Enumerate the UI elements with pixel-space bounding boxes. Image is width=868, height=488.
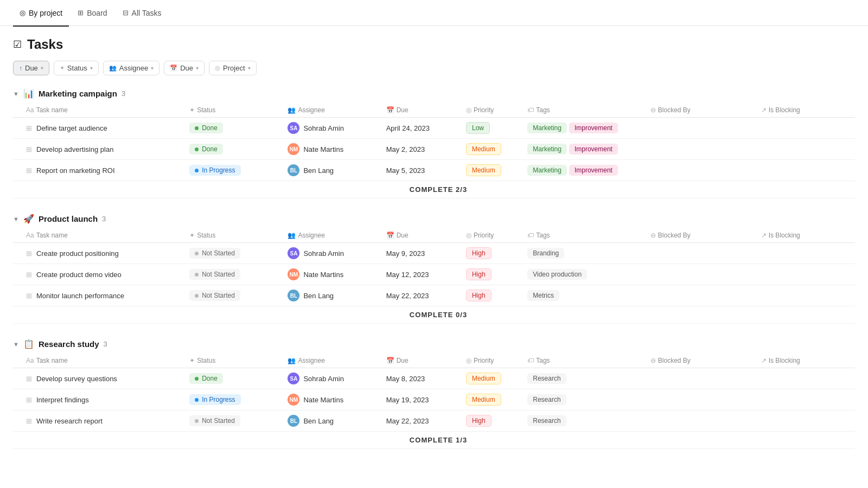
status-dot	[195, 419, 199, 423]
status-cell: Done	[185, 139, 283, 160]
complete-row: COMPLETE 2/3	[13, 181, 855, 198]
isblocking-cell	[757, 243, 855, 264]
priority-badge: Medium	[466, 164, 501, 176]
group-header[interactable]: ▼ 🚀 Product launch 3	[13, 214, 855, 224]
chevron-down-icon: ▾	[248, 65, 251, 71]
table-row[interactable]: ⊞ Develop advertising plan Done NMNate M…	[13, 139, 855, 160]
status-badge: Not Started	[189, 269, 240, 280]
priority-cell: High	[462, 285, 523, 306]
status-dot	[195, 294, 199, 298]
nav-tab-label: Board	[87, 9, 107, 17]
status-cell: Done	[185, 368, 283, 389]
priority-cell: Medium	[462, 160, 523, 181]
assignee-cell: NMNate Martins	[283, 139, 381, 160]
table-row[interactable]: ⊞ Report on marketing ROI In Progress BL…	[13, 160, 855, 181]
table-row[interactable]: ⊞ Develop survey questions Done SASohrab…	[13, 368, 855, 389]
due-cell: May 5, 2023	[382, 160, 462, 181]
chevron-down-icon: ▾	[151, 65, 154, 71]
status-badge: Done	[189, 373, 223, 384]
status-badge: Done	[189, 144, 223, 155]
tag-badge: Research	[527, 394, 566, 405]
filter-btn-due[interactable]: ↑Due▾	[13, 61, 49, 75]
blockedby-cell	[646, 139, 757, 160]
due-cell: May 9, 2023	[382, 243, 462, 264]
task-row-icon: ⊞	[26, 271, 32, 279]
status-cell: In Progress	[185, 160, 283, 181]
filter-label: Project	[223, 64, 245, 72]
assignee-name: Nate Martins	[303, 396, 343, 404]
status-badge: Not Started	[189, 248, 240, 259]
table-row[interactable]: ⊞ Write research report Not Started BLBe…	[13, 410, 855, 432]
task-row-icon: ⊞	[26, 145, 32, 153]
task-name-cell: ⊞ Monitor launch performance	[13, 285, 185, 306]
task-name: Monitor launch performance	[36, 292, 124, 300]
project-group-product-launch: ▼ 🚀 Product launch 3 AaTask name ✦Status…	[13, 214, 855, 324]
table-row[interactable]: ⊞ Create product demo video Not Started …	[13, 264, 855, 285]
nav-tab-board[interactable]: ⊞Board	[71, 1, 113, 27]
tag-badge: Research	[527, 415, 566, 426]
task-name: Develop survey questions	[36, 375, 117, 383]
tags-cell: Research	[523, 410, 646, 432]
priority-cell: High	[462, 410, 523, 432]
table-row[interactable]: ⊞ Monitor launch performance Not Started…	[13, 285, 855, 306]
group-header[interactable]: ▼ 📊 Marketing campaign 3	[13, 88, 855, 99]
col-header-priority: ◎Priority	[462, 228, 523, 243]
priority-badge: High	[466, 415, 492, 427]
group-count: 3	[104, 340, 107, 348]
blockedby-cell	[646, 389, 757, 410]
complete-label: COMPLETE 0/3	[13, 306, 855, 324]
priority-badge: High	[466, 290, 492, 301]
nav-tab-label: By project	[29, 9, 62, 17]
group-name: Product launch	[39, 214, 98, 223]
assignee-cell: BLBen Lang	[283, 410, 381, 432]
status-cell: Not Started	[185, 285, 283, 306]
task-name: Create product positioning	[36, 249, 119, 258]
filter-bar: ↑Due▾✦Status▾👥Assignee▾📅Due▾◎Project▾	[13, 61, 855, 75]
filter-btn-assignee[interactable]: 👥Assignee▾	[103, 61, 159, 75]
priority-cell: High	[462, 264, 523, 285]
assignee-cell: BLBen Lang	[283, 160, 381, 181]
task-table: AaTask name ✦Status 👥Assignee 📅Due ◎Prio…	[13, 103, 855, 198]
nav-tab-icon: ⊞	[78, 9, 84, 17]
col-header-assignee: 👥Assignee	[283, 354, 381, 368]
isblocking-cell	[757, 410, 855, 432]
group-emoji: 📊	[23, 88, 34, 99]
chevron-down-icon: ▾	[90, 65, 93, 71]
blockedby-cell	[646, 264, 757, 285]
col-header-isblocking: ↗Is Blocking	[757, 228, 855, 243]
col-header-due: 📅Due	[382, 103, 462, 118]
group-count: 3	[102, 215, 106, 223]
status-dot	[195, 377, 199, 381]
group-header[interactable]: ▼ 📋 Research study 3	[13, 339, 855, 349]
col-header-priority: ◎Priority	[462, 354, 523, 368]
isblocking-cell	[757, 118, 855, 139]
main-content: ☑ Tasks ↑Due▾✦Status▾👥Assignee▾📅Due▾◎Pro…	[0, 26, 868, 475]
filter-btn-project[interactable]: ◎Project▾	[209, 61, 256, 75]
assignee-name: Sohrab Amin	[303, 124, 343, 132]
col-header-status: ✦Status	[185, 103, 283, 118]
filter-label: Due	[25, 64, 38, 72]
avatar: NM	[288, 143, 299, 155]
table-row[interactable]: ⊞ Define target audience Done SASohrab A…	[13, 118, 855, 139]
tag-badge: Marketing	[527, 144, 567, 155]
table-row[interactable]: ⊞ Create product positioning Not Started…	[13, 243, 855, 264]
nav-tab-by-project[interactable]: ◎By project	[13, 1, 69, 27]
task-name: Create product demo video	[36, 271, 122, 279]
task-name-cell: ⊞ Write research report	[13, 410, 185, 432]
task-name-cell: ⊞ Develop advertising plan	[13, 139, 185, 160]
status-badge: Done	[189, 123, 223, 133]
status-cell: Not Started	[185, 243, 283, 264]
task-name: Define target audience	[36, 124, 107, 132]
status-badge: Not Started	[189, 415, 240, 426]
priority-badge: High	[466, 268, 492, 280]
filter-btn-status[interactable]: ✦Status▾	[54, 61, 99, 75]
task-name: Interpret findings	[36, 396, 89, 404]
chevron-down-icon: ▾	[196, 65, 199, 71]
groups-container: ▼ 📊 Marketing campaign 3 AaTask name ✦St…	[13, 88, 855, 449]
assignee-cell: SASohrab Amin	[283, 243, 381, 264]
task-row-icon: ⊞	[26, 396, 32, 404]
table-row[interactable]: ⊞ Interpret findings In Progress NMNate …	[13, 389, 855, 410]
status-dot	[195, 398, 199, 402]
nav-tab-all-tasks[interactable]: ⊟All Tasks	[116, 1, 168, 27]
filter-btn-due2[interactable]: 📅Due▾	[164, 61, 205, 75]
